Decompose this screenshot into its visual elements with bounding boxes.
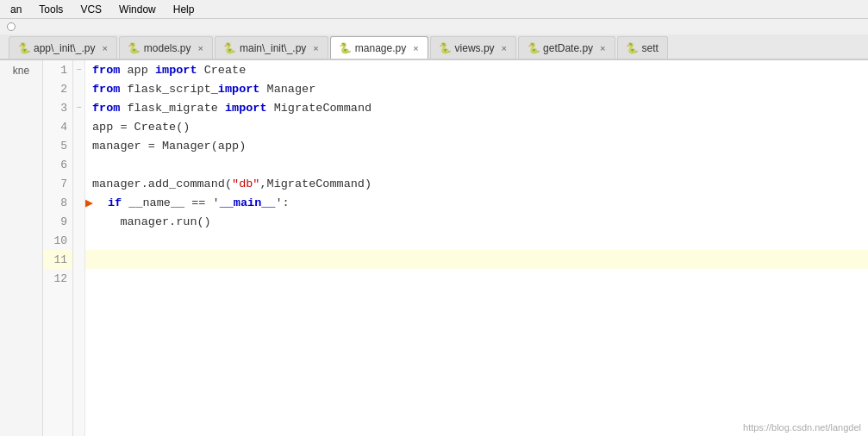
- menu-help[interactable]: Help: [170, 3, 198, 16]
- menu-an[interactable]: an: [7, 3, 25, 16]
- editor-container: kne 1 2 3 4 5 6 7 8 9 10 11 12 − − from …: [0, 60, 868, 436]
- menu-vcs[interactable]: VCS: [77, 3, 105, 16]
- code-content-1: from app import Create: [92, 64, 246, 77]
- fold-5: [73, 136, 84, 155]
- tab-icon-models: 🐍: [128, 42, 141, 54]
- debug-arrow: ▶: [85, 195, 93, 211]
- tab-close-main-init[interactable]: ×: [313, 43, 318, 53]
- tab-close-views[interactable]: ×: [502, 43, 507, 53]
- tab-label-views: views.py: [455, 42, 495, 54]
- tab-label-manage: manage.py: [355, 42, 406, 54]
- window-circle: [7, 22, 16, 31]
- fold-12: [73, 269, 84, 288]
- fold-8: [73, 193, 84, 212]
- tab-close-getdate[interactable]: ×: [600, 43, 605, 53]
- fold-9: [73, 212, 84, 231]
- menu-tools[interactable]: Tools: [35, 3, 66, 16]
- line-num-1: 1: [43, 60, 72, 79]
- line-num-4: 4: [43, 117, 72, 136]
- fold-column: − −: [73, 60, 85, 436]
- code-content-2: from flask_script_import Manager: [92, 83, 315, 96]
- fold-11: [73, 250, 84, 269]
- code-content-8: if __name__ == '__main__':: [92, 196, 290, 209]
- tab-label-models: models.py: [144, 42, 191, 54]
- code-line-3: from flask_migrate import MigrateCommand: [85, 98, 868, 117]
- menu-window[interactable]: Window: [116, 3, 159, 16]
- code-line-10: [85, 231, 868, 250]
- menu-bar: an Tools VCS Window Help: [0, 0, 868, 19]
- code-content-7: manager.add_command("db",MigrateCommand): [92, 178, 372, 190]
- code-line-4: app = Create(): [85, 117, 868, 136]
- code-content-4: app = Create(): [92, 121, 190, 134]
- sidebar-left: kne: [0, 60, 43, 436]
- code-line-6: [85, 155, 868, 174]
- line-num-12: 12: [43, 269, 72, 288]
- tab-getdate[interactable]: 🐍 getDate.py ×: [518, 36, 615, 59]
- tab-close-app-init[interactable]: ×: [102, 43, 107, 53]
- code-content-5: manager = Manager(app): [92, 140, 246, 153]
- tab-icon-sett: 🐍: [627, 42, 639, 54]
- code-area[interactable]: from app import Create from flask_script…: [85, 60, 868, 436]
- fold-6: [73, 155, 84, 174]
- line-numbers: 1 2 3 4 5 6 7 8 9 10 11 12: [43, 60, 73, 436]
- code-content-3: from flask_migrate import MigrateCommand: [92, 102, 372, 115]
- code-line-9: manager.run(): [85, 212, 868, 231]
- code-line-11: [85, 250, 868, 269]
- code-line-2: from flask_script_import Manager: [85, 79, 868, 98]
- tab-close-models[interactable]: ×: [198, 43, 203, 53]
- tab-app-init[interactable]: 🐍 app\_init\_.py ×: [9, 36, 117, 59]
- tab-bar: 🐍 app\_init\_.py × 🐍 models.py × 🐍 main\…: [0, 34, 868, 60]
- fold-2: [73, 79, 84, 98]
- code-content-9: manager.run(): [92, 215, 211, 228]
- tab-views[interactable]: 🐍 views.py ×: [430, 36, 516, 59]
- code-line-12: [85, 269, 868, 288]
- tab-icon-getdate: 🐍: [528, 42, 540, 54]
- fold-4: [73, 117, 84, 136]
- code-line-1: from app import Create: [85, 60, 868, 79]
- tab-icon-manage: 🐍: [340, 42, 352, 54]
- code-line-8: ▶ if __name__ == '__main__':: [85, 193, 868, 212]
- line-num-2: 2: [43, 79, 72, 98]
- tab-label-app-init: app\_init\_.py: [34, 42, 95, 54]
- line-num-3: 3: [43, 98, 72, 117]
- tab-manage[interactable]: 🐍 manage.py ×: [330, 36, 428, 59]
- tab-label-sett: sett: [642, 42, 659, 54]
- line-num-8: 8: [43, 193, 72, 212]
- line-num-6: 6: [43, 155, 72, 174]
- line-num-9: 9: [43, 212, 72, 231]
- code-line-7: manager.add_command("db",MigrateCommand): [85, 174, 868, 193]
- fold-7: [73, 174, 84, 193]
- line-num-10: 10: [43, 231, 72, 250]
- line-num-7: 7: [43, 174, 72, 193]
- tab-models[interactable]: 🐍 models.py ×: [119, 36, 213, 59]
- code-line-5: manager = Manager(app): [85, 136, 868, 155]
- tab-icon-main-init: 🐍: [224, 42, 236, 54]
- fold-3[interactable]: −: [73, 98, 84, 117]
- tab-icon-views: 🐍: [440, 42, 452, 54]
- line-num-5: 5: [43, 136, 72, 155]
- fold-1[interactable]: −: [73, 60, 84, 79]
- tab-sett[interactable]: 🐍 sett: [617, 36, 668, 59]
- fold-10: [73, 231, 84, 250]
- tab-label-getdate: getDate.py: [543, 42, 593, 54]
- line-num-11: 11: [43, 250, 72, 269]
- tab-icon-app-init: 🐍: [18, 42, 30, 54]
- tab-label-main-init: main\_init\_.py: [240, 42, 306, 54]
- tab-main-init[interactable]: 🐍 main\_init\_.py ×: [215, 36, 328, 59]
- sidebar-kne-label: kne: [0, 60, 42, 77]
- tab-close-manage[interactable]: ×: [413, 43, 418, 53]
- watermark: https://blog.csdn.net/langdel: [743, 422, 861, 433]
- window-controls: [0, 19, 868, 34]
